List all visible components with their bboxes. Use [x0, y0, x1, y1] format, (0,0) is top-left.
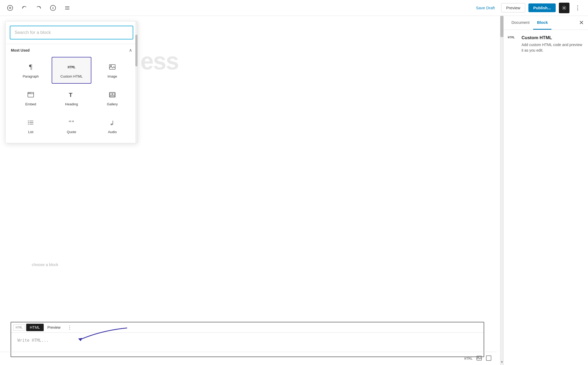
block-grid: ¶ Paragraph HTML Custom HTML: [11, 57, 132, 139]
block-inserter-popup: Most Used ∧ ¶ Paragraph: [5, 21, 138, 143]
image-label: Image: [108, 74, 117, 78]
publish-button[interactable]: Publish...: [528, 3, 556, 12]
html-block-toolbar: HTML HTML Preview ⋮: [11, 322, 484, 333]
svg-rect-19: [113, 93, 115, 95]
right-panel-tabs: Document Block ✕: [504, 16, 588, 30]
choose-block-area: choose a block: [11, 262, 484, 267]
section-collapse-button[interactable]: ∧: [129, 48, 132, 53]
right-panel-content: HTML Custom HTML Add custom HTML code an…: [504, 30, 588, 365]
gallery-label: Gallery: [107, 102, 118, 106]
center-scrollbar[interactable]: ▲ ▼: [500, 16, 503, 365]
block-item-paragraph[interactable]: ¶ Paragraph: [11, 57, 51, 84]
right-panel: Document Block ✕ HTML Custom HTML Add cu…: [503, 16, 588, 365]
block-item-heading[interactable]: T Heading: [52, 85, 91, 111]
paragraph-label: Paragraph: [23, 74, 39, 78]
svg-point-29: [111, 124, 112, 125]
svg-point-10: [110, 65, 112, 66]
custom-html-icon: HTML: [68, 62, 75, 72]
block-item-list[interactable]: List: [11, 112, 51, 139]
popup-scrollbar-thumb: [135, 35, 137, 66]
embed-icon: [27, 90, 34, 100]
preview-tab-button[interactable]: Preview: [44, 324, 64, 331]
quote-icon: " ": [68, 118, 75, 127]
svg-point-21: [28, 121, 29, 121]
section-header: Most Used ∧: [11, 48, 132, 53]
list-icon: [27, 118, 34, 127]
svg-point-13: [28, 93, 29, 93]
svg-point-25: [28, 124, 29, 125]
audio-icon: [109, 118, 116, 127]
more-options-button[interactable]: ⋮: [573, 3, 583, 12]
embed-label: Embed: [25, 102, 36, 106]
block-search-input[interactable]: [10, 26, 133, 39]
svg-rect-33: [486, 356, 491, 361]
tab-document[interactable]: Document: [508, 16, 533, 30]
svg-text:": ": [69, 119, 71, 126]
html-tag-label: HTML: [13, 325, 25, 331]
list-view-button[interactable]: [63, 3, 72, 13]
bottom-image-button[interactable]: [476, 355, 482, 362]
block-info-icon: HTML: [508, 36, 518, 39]
custom-html-label: Custom HTML: [60, 74, 83, 78]
block-info-desc: Add custom HTML code and preview it as y…: [522, 42, 584, 53]
toolbar-left-group: i: [5, 3, 72, 13]
svg-point-23: [28, 122, 29, 123]
section-title: Most Used: [11, 48, 30, 52]
popup-scrollbar[interactable]: [135, 21, 137, 143]
add-block-button[interactable]: [5, 3, 15, 13]
block-item-embed[interactable]: Embed: [11, 85, 51, 111]
most-used-section: Most Used ∧ ¶ Paragraph: [6, 44, 137, 143]
gallery-icon: [109, 90, 116, 100]
redo-button[interactable]: [34, 3, 43, 13]
right-panel-close-button[interactable]: ✕: [579, 19, 584, 26]
block-item-custom-html[interactable]: HTML Custom HTML: [52, 57, 91, 84]
list-label: List: [28, 130, 33, 134]
preview-button[interactable]: Preview: [501, 3, 525, 12]
block-search-section: [6, 21, 137, 44]
svg-text:": ": [72, 119, 74, 126]
scroll-down-arrow[interactable]: ▼: [500, 360, 503, 364]
svg-rect-18: [110, 93, 112, 95]
svg-point-14: [29, 93, 30, 93]
editor-area: ess Most Used ∧ ¶: [0, 16, 500, 365]
undo-button[interactable]: [20, 3, 29, 13]
tab-group: Document Block: [508, 16, 551, 30]
quote-label: Quote: [67, 130, 76, 134]
main-toolbar: i Save Draft Preview Publish... ⋮: [0, 0, 588, 16]
image-icon: [109, 62, 116, 72]
svg-rect-20: [110, 96, 115, 97]
block-info-text: Custom HTML Add custom HTML code and pre…: [522, 35, 584, 53]
svg-text:i: i: [52, 6, 54, 10]
block-item-audio[interactable]: Audio: [92, 112, 132, 139]
editor-bg-text: ess: [140, 48, 179, 75]
block-info-title: Custom HTML: [522, 35, 584, 40]
bottom-html-label: HTML: [464, 357, 473, 361]
save-draft-button[interactable]: Save Draft: [473, 4, 498, 12]
audio-label: Audio: [108, 130, 117, 134]
svg-text:¶: ¶: [29, 63, 32, 71]
svg-point-15: [30, 93, 31, 93]
heading-icon: T: [68, 90, 75, 100]
bottom-square-button[interactable]: [486, 355, 492, 362]
main-layout: ess Most Used ∧ ¶: [0, 16, 588, 365]
block-item-gallery[interactable]: Gallery: [92, 85, 132, 111]
toolbar-right-group: Save Draft Preview Publish... ⋮: [473, 3, 583, 13]
svg-text:T: T: [69, 92, 73, 98]
paragraph-icon: ¶: [27, 62, 34, 72]
center-scrollbar-thumb: [500, 16, 504, 37]
settings-button[interactable]: [559, 3, 569, 13]
info-button[interactable]: i: [48, 3, 58, 13]
block-item-quote[interactable]: " " Quote: [52, 112, 91, 139]
html-block-more-button[interactable]: ⋮: [65, 323, 74, 331]
choose-block-label: choose a block: [11, 260, 58, 269]
block-item-image[interactable]: Image: [92, 57, 132, 84]
heading-label: Heading: [65, 102, 78, 106]
html-tab-button[interactable]: HTML: [26, 324, 44, 331]
tab-block[interactable]: Block: [533, 16, 551, 30]
block-info-header: HTML Custom HTML Add custom HTML code an…: [508, 35, 584, 53]
bottom-toolbar: HTML: [0, 352, 497, 365]
